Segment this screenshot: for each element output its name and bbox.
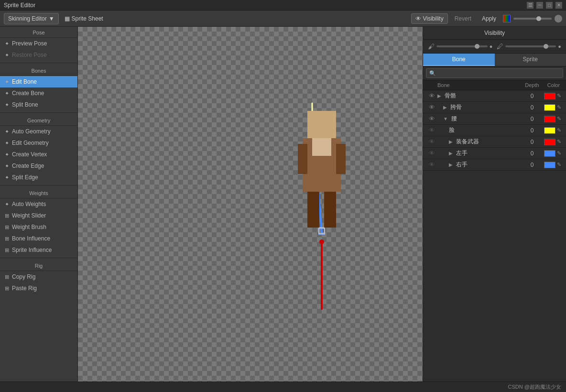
bone-overlay [78, 27, 423, 381]
weight-brush-button[interactable]: ⊞ Weight Brush [0, 221, 77, 233]
bone-vis-thumb [475, 44, 479, 49]
visibility-panel-header: Visibility [423, 27, 566, 40]
arrow-weapon[interactable]: ▶ [449, 139, 453, 144]
arrow-left-hand[interactable]: ▶ [449, 151, 453, 156]
edit-bone-button[interactable]: ✦ Edit Bone [0, 76, 77, 87]
bone-row-left-hand: 👁 ▶ 左手 0 ✎ [423, 148, 566, 159]
sprite-influence-button[interactable]: ⊞ Sprite Influence [0, 244, 77, 256]
sprite-vis-slider[interactable] [505, 45, 556, 47]
split-bone-button[interactable]: ✦ Split Bone [0, 99, 77, 110]
pose-section-header: Pose [0, 27, 77, 38]
color-edit-left-hand[interactable]: ✎ [557, 150, 561, 156]
arrow-root[interactable]: ▶ [437, 93, 441, 98]
eye-hip[interactable]: 👁 [429, 104, 435, 111]
tab-sprite[interactable]: Sprite [495, 54, 566, 66]
color-edit-face[interactable]: ✎ [557, 127, 561, 133]
visibility-button[interactable]: 👁 Visibility [411, 13, 448, 24]
create-bone-button[interactable]: ✦ Create Bone [0, 87, 77, 99]
color-edit-hip[interactable]: ✎ [557, 104, 561, 110]
color-display [503, 15, 511, 22]
bone-table-header: Bone Depth Color [423, 80, 566, 90]
eye-right-hand[interactable]: 👁 [429, 161, 435, 168]
canvas-area[interactable] [78, 27, 423, 381]
color-edit-waist[interactable]: ✎ [557, 116, 561, 122]
preview-pose-icon: ✦ [5, 41, 9, 47]
weights-divider [0, 258, 77, 258]
sprite-vis-value: ● [558, 44, 561, 49]
restore-pose-button[interactable]: ✦ Restore Pose [0, 49, 77, 61]
maximize-button[interactable]: □ [546, 2, 553, 9]
bone-row-face: 👁 脸 0 ✎ [423, 125, 566, 136]
arrow-hip[interactable]: ▶ [443, 105, 447, 110]
revert-button[interactable]: Revert [451, 14, 475, 23]
eye-waist[interactable]: 👁 [429, 115, 435, 122]
minimize-button[interactable]: ─ [536, 2, 543, 9]
tab-bone[interactable]: Bone [423, 54, 495, 66]
restore-pose-icon: ✦ [5, 52, 9, 58]
color-face[interactable] [544, 127, 555, 134]
preview-pose-button[interactable]: ✦ Preview Pose [0, 38, 77, 49]
weights-section-header: Weights [0, 187, 77, 198]
split-edge-button[interactable]: ✦ Split Edge [0, 172, 77, 183]
search-input[interactable] [426, 68, 563, 78]
color-right-hand[interactable] [544, 162, 555, 168]
color-hip[interactable] [544, 104, 555, 111]
left-panel: Pose ✦ Preview Pose ✦ Restore Pose Bones… [0, 27, 78, 381]
split-edge-icon: ✦ [5, 174, 9, 181]
sprite-sheet-icon: ▦ [65, 15, 70, 22]
auto-geometry-button[interactable]: ✦ Auto Geometry [0, 126, 77, 137]
visibility-sliders: 🖌 ● 🖊 ● [423, 40, 566, 54]
depth-waist: 0 [520, 116, 544, 122]
color-edit-root[interactable]: ✎ [557, 93, 561, 99]
sprite-sheet-button[interactable]: ▦ Sprite Sheet [61, 13, 107, 24]
bone-influence-button[interactable]: ⊞ Bone Influence [0, 233, 77, 244]
search-row [423, 66, 566, 80]
auto-weights-icon: ✦ [5, 201, 9, 207]
depth-hip: 0 [520, 104, 544, 111]
checker-background [78, 27, 423, 381]
bone-vis-value: ● [490, 44, 493, 49]
menu-button[interactable]: ☰ [527, 2, 533, 9]
create-edge-button[interactable]: ✦ Create Edge [0, 160, 77, 172]
weight-slider-button[interactable]: ⊞ Weight Slider [0, 210, 77, 221]
copy-rig-icon: ⊞ [5, 274, 9, 280]
bone-row-waist: 👁 ▼ 腰 0 ✎ [423, 113, 566, 125]
bone-row-right-hand: 👁 ▶ 右手 0 ✎ [423, 159, 566, 171]
geometry-section-header: Geometry [0, 115, 77, 126]
bottom-bar: CSDN @超跑魔法少女 [0, 381, 566, 392]
edit-geometry-button[interactable]: ✦ Edit Geometry [0, 137, 77, 149]
eye-face[interactable]: 👁 [429, 127, 435, 134]
svg-point-4 [319, 240, 324, 244]
sprite-canvas [293, 108, 350, 228]
eye-left-hand[interactable]: 👁 [429, 150, 435, 157]
skinning-editor-dropdown[interactable]: Skinning Editor ▼ [4, 13, 59, 24]
arrow-waist[interactable]: ▼ [443, 116, 448, 121]
auto-weights-button[interactable]: ✦ Auto Weights [0, 198, 77, 210]
bone-name-waist: 腰 [451, 115, 457, 122]
color-weapon[interactable] [544, 139, 555, 145]
eye-root[interactable]: 👁 [429, 92, 435, 99]
bone-row-hip: 👁 ▶ 胯骨 0 ✎ [423, 102, 566, 113]
bone-influence-icon: ⊞ [5, 236, 9, 242]
sprite-vis-thumb [544, 44, 548, 49]
color-edit-right-hand[interactable]: ✎ [557, 162, 561, 168]
color-left-hand[interactable] [544, 150, 555, 157]
color-root[interactable] [544, 93, 555, 99]
arrow-right-hand[interactable]: ▶ [449, 162, 453, 167]
copy-rig-button[interactable]: ⊞ Copy Rig [0, 271, 77, 283]
color-edit-weapon[interactable]: ✎ [557, 139, 561, 145]
close-button[interactable]: ✕ [555, 2, 562, 9]
apply-button[interactable]: Apply [478, 14, 500, 23]
bone-name-root: 骨骼 [445, 92, 456, 99]
brightness-slider[interactable] [513, 18, 552, 20]
create-vertex-button[interactable]: ✦ Create Vertex [0, 149, 77, 160]
color-waist[interactable] [544, 116, 555, 122]
depth-right-hand: 0 [520, 162, 544, 168]
bone-vis-slider[interactable] [436, 45, 488, 47]
paste-rig-button[interactable]: ⊞ Paste Rig [0, 283, 77, 294]
svg-rect-3 [319, 229, 325, 234]
bone-row-weapon: 👁 ▶ 装备武器 0 ✎ [423, 136, 566, 148]
bones-divider [0, 112, 77, 113]
eye-weapon[interactable]: 👁 [429, 138, 435, 145]
sprite-vis-slider-group: 🖊 ● [497, 43, 562, 50]
